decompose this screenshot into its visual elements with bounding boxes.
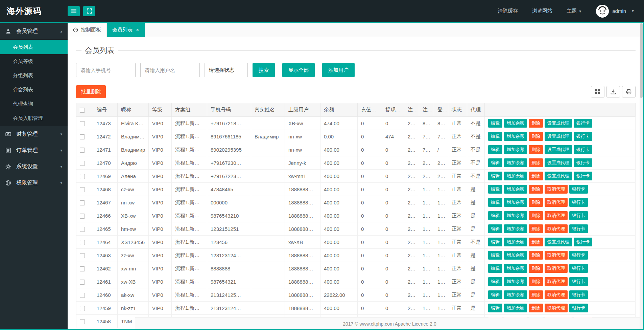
edit-button[interactable]: 编辑: [488, 132, 502, 141]
sidebar-item-settings[interactable]: 系统设置▾: [0, 158, 68, 175]
cancel-agent-button[interactable]: 取消代理: [545, 264, 568, 273]
row-checkbox[interactable]: [80, 240, 85, 245]
edit-button[interactable]: 编辑: [488, 145, 502, 154]
add-balance-button[interactable]: 增加余额: [504, 132, 527, 141]
set-agent-button[interactable]: 设置成代理: [545, 132, 572, 141]
bank-card-button[interactable]: 银行卡: [574, 119, 592, 128]
bank-card-button[interactable]: 银行卡: [569, 198, 588, 207]
row-checkbox[interactable]: [80, 200, 85, 205]
add-balance-button[interactable]: 增加余额: [504, 198, 527, 207]
edit-button[interactable]: 编辑: [488, 264, 502, 273]
row-checkbox[interactable]: [80, 293, 85, 298]
phone-input[interactable]: [76, 63, 136, 77]
set-agent-button[interactable]: 设置成代理: [545, 158, 572, 167]
search-button[interactable]: 搜索: [253, 63, 275, 77]
add-balance-button[interactable]: 增加余额: [504, 290, 527, 299]
theme-menu[interactable]: 主题▼: [567, 8, 582, 14]
delete-button[interactable]: 删除: [529, 251, 543, 260]
row-checkbox[interactable]: [80, 161, 85, 166]
tab-dashboard[interactable]: 控制面板: [68, 23, 107, 37]
bank-card-button[interactable]: 银行卡: [569, 251, 588, 260]
row-checkbox[interactable]: [80, 148, 85, 153]
bank-card-button[interactable]: 银行卡: [574, 238, 592, 246]
edit-button[interactable]: 编辑: [488, 119, 502, 128]
sidebar-subitem[interactable]: 会员列表: [0, 40, 68, 54]
add-user-button[interactable]: 添加用户: [322, 63, 355, 77]
bank-card-button[interactable]: 银行卡: [569, 277, 588, 286]
username-input[interactable]: [140, 63, 200, 77]
bank-card-button[interactable]: 银行卡: [569, 211, 588, 220]
show-all-button[interactable]: 显示全部: [282, 63, 315, 77]
row-checkbox[interactable]: [80, 306, 85, 311]
add-balance-button[interactable]: 增加余额: [504, 185, 527, 194]
bank-card-button[interactable]: 银行卡: [569, 264, 588, 273]
sidebar-item-members[interactable]: 会员管理▴: [0, 23, 68, 39]
add-balance-button[interactable]: 增加余额: [504, 251, 527, 260]
edit-button[interactable]: 编辑: [488, 238, 502, 246]
page-scrollbar[interactable]: [640, 23, 643, 329]
bank-card-button[interactable]: 银行卡: [574, 172, 592, 180]
delete-button[interactable]: 删除: [529, 264, 543, 273]
bank-card-button[interactable]: 银行卡: [569, 290, 588, 299]
delete-button[interactable]: 删除: [529, 290, 543, 299]
user-menu[interactable]: admin ▼: [596, 5, 635, 18]
row-checkbox[interactable]: [80, 214, 85, 219]
row-checkbox[interactable]: [80, 121, 85, 126]
set-agent-button[interactable]: 设置成代理: [545, 172, 572, 180]
row-checkbox[interactable]: [80, 174, 85, 179]
edit-button[interactable]: 编辑: [488, 290, 502, 299]
add-balance-button[interactable]: 增加余额: [504, 145, 527, 154]
delete-button[interactable]: 删除: [529, 211, 543, 220]
add-balance-button[interactable]: 增加余额: [504, 172, 527, 180]
row-checkbox[interactable]: [80, 134, 85, 139]
export-button[interactable]: [606, 86, 620, 97]
tab-member-list[interactable]: 会员列表×: [107, 23, 145, 37]
edit-button[interactable]: 编辑: [488, 158, 502, 167]
edit-button[interactable]: 编辑: [488, 185, 502, 194]
add-balance-button[interactable]: 增加余额: [504, 211, 527, 220]
delete-button[interactable]: 删除: [529, 119, 543, 128]
delete-button[interactable]: 删除: [529, 132, 543, 141]
bank-card-button[interactable]: 银行卡: [569, 304, 588, 312]
row-checkbox[interactable]: [80, 280, 85, 285]
edit-button[interactable]: 编辑: [488, 224, 502, 233]
sidebar-item-finance[interactable]: 财务管理▾: [0, 126, 68, 142]
delete-button[interactable]: 删除: [529, 198, 543, 207]
edit-button[interactable]: 编辑: [488, 251, 502, 260]
edit-button[interactable]: 编辑: [488, 211, 502, 220]
sidebar-item-permissions[interactable]: 权限管理▾: [0, 175, 68, 191]
set-agent-button[interactable]: 设置成代理: [545, 238, 572, 246]
bank-card-button[interactable]: 银行卡: [574, 132, 592, 141]
bank-card-button[interactable]: 银行卡: [569, 224, 588, 233]
row-checkbox[interactable]: [80, 319, 85, 324]
cancel-agent-button[interactable]: 取消代理: [545, 277, 568, 286]
delete-button[interactable]: 删除: [529, 224, 543, 233]
scrollbar-thumb[interactable]: [640, 23, 643, 98]
add-balance-button[interactable]: 增加余额: [504, 264, 527, 273]
print-button[interactable]: [622, 86, 636, 97]
delete-button[interactable]: 删除: [529, 145, 543, 154]
set-agent-button[interactable]: 设置成代理: [545, 145, 572, 154]
columns-toggle-button[interactable]: [591, 86, 604, 97]
row-checkbox[interactable]: [80, 266, 85, 271]
set-agent-button[interactable]: 设置成代理: [545, 119, 572, 128]
sidebar-subitem[interactable]: 代理查询: [0, 97, 68, 111]
sidebar-subitem[interactable]: 会员入职管理: [0, 111, 68, 125]
cancel-agent-button[interactable]: 取消代理: [545, 198, 568, 207]
sidebar-toggle-button[interactable]: [68, 6, 80, 16]
batch-delete-button[interactable]: 批量删除: [76, 85, 106, 98]
bank-card-button[interactable]: 银行卡: [569, 185, 588, 194]
sidebar-subitem[interactable]: 分组列表: [0, 68, 68, 83]
browse-site-link[interactable]: 浏览网站: [532, 8, 552, 14]
sidebar-subitem[interactable]: 弹窗列表: [0, 83, 68, 97]
row-checkbox[interactable]: [80, 187, 85, 192]
cancel-agent-button[interactable]: 取消代理: [545, 185, 568, 194]
sidebar-subitem[interactable]: 会员等级: [0, 54, 68, 68]
bank-card-button[interactable]: 银行卡: [574, 145, 592, 154]
delete-button[interactable]: 删除: [529, 185, 543, 194]
clear-cache-link[interactable]: 清除缓存: [498, 8, 518, 14]
add-balance-button[interactable]: 增加余额: [504, 277, 527, 286]
add-balance-button[interactable]: 增加余额: [504, 238, 527, 246]
edit-button[interactable]: 编辑: [488, 172, 502, 180]
edit-button[interactable]: 编辑: [488, 277, 502, 286]
